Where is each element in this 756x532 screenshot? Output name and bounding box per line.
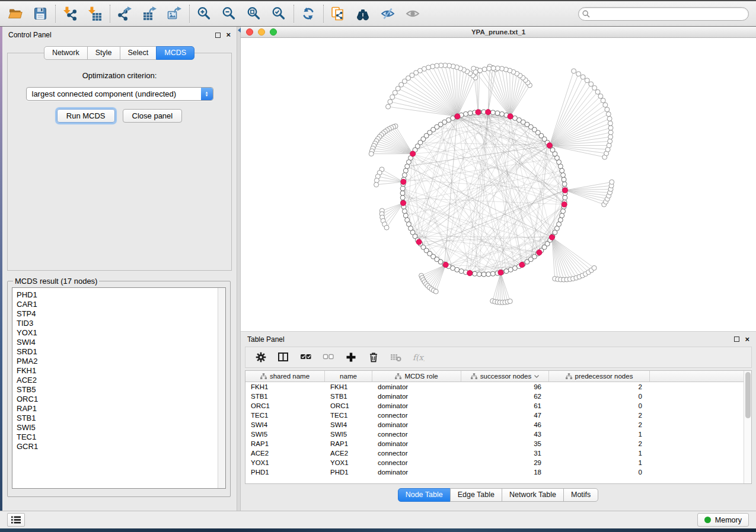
import-network-button[interactable] (62, 6, 78, 22)
mcds-result-item[interactable]: SRD1 (17, 347, 225, 357)
column-header-predecessor-nodes[interactable]: predecessor nodes (549, 371, 650, 382)
mcds-result-item[interactable]: GCR1 (17, 442, 225, 451)
tab-network-table[interactable]: Network Table (502, 488, 564, 502)
mcds-result-item[interactable]: TID3 (17, 319, 225, 328)
close-table-panel-icon[interactable]: × (745, 336, 749, 342)
mcds-result-item[interactable]: ORC1 (17, 395, 225, 404)
select-all-button[interactable] (299, 350, 313, 364)
mcds-list-scrollbar[interactable] (218, 288, 225, 488)
table-cell: 18 (461, 469, 549, 476)
mcds-result-item[interactable]: STB5 (17, 385, 225, 395)
table-row[interactable]: SWI4SWI4dominator462 (245, 420, 751, 430)
column-header-successor-nodes[interactable]: successor nodes (461, 371, 549, 382)
column-header-MCDS-role[interactable]: MCDS role (372, 371, 461, 382)
mcds-result-item[interactable]: RAP1 (17, 404, 225, 414)
control-panel-title: Control Panel (8, 31, 52, 39)
mcds-result-item[interactable]: ACE2 (17, 376, 225, 385)
column-header-name[interactable]: name (325, 371, 372, 382)
search-input[interactable] (578, 7, 749, 21)
settings-button[interactable] (254, 350, 268, 364)
column-header-shared-name[interactable]: shared name (245, 371, 325, 382)
table-cell: SWI5 (245, 431, 325, 438)
zoom-selected-button[interactable] (270, 6, 286, 22)
mcds-result-item[interactable]: YOX1 (17, 328, 225, 338)
table-cell: 0 (549, 469, 650, 476)
add-column-button[interactable] (344, 350, 358, 364)
show-all-button[interactable] (404, 6, 420, 22)
table-row[interactable]: ACE2ACE2connector311 (245, 448, 751, 458)
open-session-button[interactable] (7, 6, 23, 22)
table-row[interactable]: PHD1PHD1dominator180 (245, 467, 751, 477)
export-image-button[interactable] (166, 6, 182, 22)
shared-column-icon (395, 373, 401, 379)
tab-edge-table[interactable]: Edge Table (450, 488, 502, 502)
mcds-result-item[interactable]: CAR1 (17, 300, 225, 309)
network-view[interactable] (241, 38, 756, 331)
toolbar-separator (294, 5, 294, 23)
mcds-result-item[interactable]: SWI5 (17, 423, 225, 432)
mcds-result-item[interactable]: PHD1 (17, 290, 225, 300)
table-cell: 1 (549, 459, 650, 466)
control-panel-header: Control Panel × (2, 28, 237, 41)
maximize-window-icon[interactable] (270, 28, 277, 36)
export-network-icon (117, 6, 132, 21)
mcds-result-item[interactable]: PMA2 (17, 357, 225, 366)
mcds-result-item[interactable]: STB1 (17, 414, 225, 423)
table-row[interactable]: SWI5SWI5connector431 (245, 430, 751, 439)
mcds-result-title: MCDS result (17 nodes) (13, 277, 99, 286)
memory-button[interactable]: Memory (697, 513, 749, 527)
tab-node-table[interactable]: Node Table (398, 488, 451, 502)
table-row[interactable]: RAP1RAP1dominator352 (245, 439, 751, 448)
table-cell: 43 (461, 431, 549, 438)
find-button[interactable] (355, 6, 371, 22)
table-row[interactable]: STB1STB1dominator620 (245, 392, 751, 401)
vertical-splitter[interactable] (237, 27, 241, 511)
tab-network[interactable]: Network (44, 46, 88, 60)
tab-motifs[interactable]: Motifs (563, 488, 598, 502)
save-session-button[interactable] (32, 6, 48, 22)
tab-select[interactable]: Select (120, 46, 157, 60)
table-row[interactable]: YOX1YOX1connector291 (245, 458, 751, 467)
column-header-label: successor nodes (480, 373, 531, 380)
mcds-result-item[interactable]: STP4 (17, 309, 225, 319)
table-panel: Table Panel × f(x) shared namename MCDS … (241, 331, 756, 511)
table-row[interactable]: ORC1ORC1dominator610 (245, 401, 751, 411)
hide-selected-button[interactable] (379, 6, 395, 22)
task-history-button[interactable] (7, 513, 25, 527)
close-window-icon[interactable] (246, 28, 253, 36)
export-table-button[interactable] (141, 6, 157, 22)
refresh-layout-button[interactable] (300, 6, 316, 22)
deselect-all-button[interactable] (321, 350, 336, 364)
delete-column-button[interactable] (366, 350, 381, 364)
network-from-selection-button[interactable] (330, 6, 346, 22)
import-table-button[interactable] (87, 6, 103, 22)
tab-mcds[interactable]: MCDS (156, 46, 194, 60)
criterion-select[interactable]: largest connected component (undirected)… (26, 87, 213, 101)
export-network-button[interactable] (116, 6, 132, 22)
close-panel-button[interactable]: Close panel (123, 109, 183, 123)
zoom-out-button[interactable] (221, 6, 237, 22)
float-table-panel-icon[interactable] (734, 336, 739, 342)
column-header-label: name (340, 373, 357, 380)
float-panel-icon[interactable] (215, 33, 221, 38)
tab-style[interactable]: Style (87, 46, 120, 60)
control-panel-tabs: NetworkStyleSelectMCDS (2, 46, 237, 60)
dominator-node (547, 143, 552, 148)
select-stepper-icon: ▲▼ (201, 88, 213, 100)
zoom-fit-button[interactable] (245, 6, 261, 22)
table-cell: dominator (372, 469, 461, 476)
close-panel-icon[interactable]: × (226, 32, 231, 38)
table-scrollbar[interactable] (744, 371, 751, 483)
mcds-result-item[interactable]: TEC1 (17, 432, 225, 442)
mcds-result-item[interactable]: SWI4 (17, 338, 225, 347)
run-mcds-button[interactable]: Run MCDS (57, 109, 115, 123)
minimize-window-icon[interactable] (258, 28, 265, 36)
table-row[interactable]: TEC1TEC1connector472 (245, 411, 751, 420)
splitter-collapse-icon[interactable] (238, 28, 241, 33)
mcds-result-item[interactable]: FKH1 (17, 366, 225, 376)
network-graph[interactable] (241, 38, 756, 331)
table-scrollbar-thumb[interactable] (745, 372, 751, 418)
zoom-in-button[interactable] (196, 6, 212, 22)
column-layout-button[interactable] (276, 350, 291, 364)
table-row[interactable]: FKH1FKH1dominator962 (245, 382, 751, 392)
